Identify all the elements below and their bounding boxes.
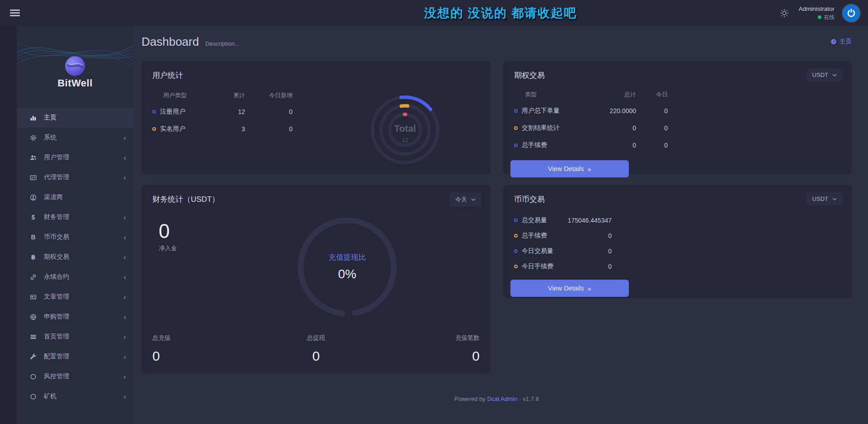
sidebar-item-channel[interactable]: 渠道商 <box>17 187 133 207</box>
lifebuoy-icon <box>29 314 37 320</box>
sidebar-item-subscribe-mgmt[interactable]: 申购管理 ‹ <box>17 307 133 327</box>
dollar-icon: $ <box>29 214 37 221</box>
option-trade-table: 类型 总计 今日 用户总下单量 220.0000 0 交割结果统计 0 0 <box>514 87 672 154</box>
chevron-icon: ‹ <box>123 174 126 181</box>
dcat-admin-link[interactable]: Dcat Admin <box>487 395 517 402</box>
finance-stat: 总提现 0 <box>261 334 370 364</box>
newspaper-icon <box>29 294 37 300</box>
breadcrumb-label: 主页 <box>840 38 852 46</box>
sidebar-item-option-trade[interactable]: ฿ 期权交易 ‹ <box>17 247 133 267</box>
online-dot-icon <box>818 15 821 19</box>
theme-sun-icon[interactable] <box>778 7 790 19</box>
sidebar-item-homepage-mgmt[interactable]: 首页管理 ‹ <box>17 327 133 347</box>
chevron-icon: ‹ <box>123 253 126 261</box>
page-description: Description... <box>205 40 240 47</box>
chart-bar-icon <box>29 114 37 121</box>
id-card-icon <box>29 174 37 181</box>
coin-b-icon: B <box>29 233 37 241</box>
chevron-icon: ‹ <box>123 233 126 241</box>
table-row: 总手续费 0 0 <box>514 137 672 154</box>
page-title: Dashboard <box>142 35 199 49</box>
ring-icon <box>514 249 518 253</box>
ring-icon <box>514 265 518 268</box>
ring-icon <box>514 143 518 147</box>
card-title: 财务统计（USDT） <box>152 194 480 205</box>
sidebar-item-finance-mgmt[interactable]: $ 财务管理 ‹ <box>17 207 133 227</box>
footer: Powered byDcat Admin·v1.7.8 <box>142 395 852 402</box>
finance-stat: 充值笔数 0 <box>371 334 480 364</box>
table-row: 总手续费 0 <box>514 228 612 243</box>
hamburger-menu-icon[interactable] <box>10 8 20 18</box>
navbar-banner-text: 没想的 没说的 都请收起吧 <box>133 5 868 21</box>
coin-trade-table: 总交易量 175046.445347 总手续费 0 今日交易量 0 今日手续费 … <box>514 213 612 274</box>
table-row: 今日交易量 0 <box>514 243 612 259</box>
chevron-icon: ‹ <box>123 353 126 361</box>
donut-center-label: Total <box>394 123 416 133</box>
double-arrow-icon: » <box>588 285 591 292</box>
sidebar-item-agent-mgmt[interactable]: 代理管理 ‹ <box>17 167 133 187</box>
chevron-down-icon <box>832 198 837 200</box>
chevron-icon: ‹ <box>123 154 126 162</box>
ring-icon <box>514 126 518 130</box>
chevron-down-icon <box>832 74 837 76</box>
main-content: Dashboard Description... 主页 用户统计 用户类型 <box>133 26 868 424</box>
finance-stats-card: 财务统计（USDT） 今天 0 净入金 充值提现比 0% <box>142 185 491 374</box>
card-title: 用户统计 <box>152 70 480 81</box>
currency-dropdown[interactable]: USDT <box>807 68 843 81</box>
table-row: 交割结果统计 0 0 <box>514 119 672 137</box>
chevron-icon: ‹ <box>123 393 126 400</box>
list-icon <box>29 333 37 340</box>
chevron-down-icon <box>471 198 476 201</box>
sidebar-item-article-mgmt[interactable]: 文章管理 ‹ <box>17 287 133 307</box>
brand-area: BitWell <box>17 26 133 108</box>
sidebar-item-miner[interactable]: 矿机 ‹ <box>17 386 133 406</box>
chevron-icon: ‹ <box>123 273 126 281</box>
chevron-icon: ‹ <box>123 313 126 321</box>
coin-trade-card: 币币交易 USDT 总交易量 175046.445347 总手续费 0 今 <box>503 185 852 298</box>
ring-icon <box>514 219 518 222</box>
donut-center-value: 12 <box>402 137 408 143</box>
bitwell-logo <box>65 56 85 76</box>
currency-dropdown[interactable]: USDT <box>807 192 843 205</box>
sidebar-item-config-mgmt[interactable]: 配置管理 ‹ <box>17 347 133 367</box>
sidebar-menu: 主页 系统 ‹ 用户管理 ‹ 代理管理 ‹ <box>17 108 133 406</box>
user-circle-icon <box>29 194 37 201</box>
chevron-icon: ‹ <box>123 293 126 301</box>
sidebar-item-coin-trade[interactable]: B 币币交易 ‹ <box>17 227 133 247</box>
link-icon <box>29 274 37 281</box>
view-details-button[interactable]: View Details » <box>510 280 629 297</box>
chevron-icon: ‹ <box>123 214 126 221</box>
user-stats-card: 用户统计 用户类型 累计 今日新增 注册用户 12 0 <box>142 61 491 174</box>
avatar[interactable] <box>843 5 860 22</box>
user-stats-table: 用户类型 累计 今日新增 注册用户 12 0 实名用户 3 0 <box>152 88 292 173</box>
circle-icon <box>29 393 37 400</box>
card-title: 币币交易 <box>514 194 841 205</box>
sidebar-item-perpetual[interactable]: 永续合约 ‹ <box>17 267 133 287</box>
sidebar-item-system[interactable]: 系统 ‹ <box>17 128 133 148</box>
chevron-icon: ‹ <box>123 333 126 341</box>
table-row: 实名用户 3 0 <box>152 120 292 138</box>
power-icon <box>846 8 857 19</box>
brand-name: BitWell <box>17 77 133 89</box>
sidebar-item-risk-mgmt[interactable]: 风控管理 ‹ <box>17 367 133 386</box>
table-row: 总交易量 175046.445347 <box>514 213 612 228</box>
finance-stat: 总充值 0 <box>152 334 261 364</box>
period-dropdown[interactable]: 今天 <box>449 192 481 207</box>
sidebar-item-home[interactable]: 主页 <box>17 108 133 128</box>
circle-icon <box>29 373 37 380</box>
card-title: 期权交易 <box>514 70 841 81</box>
breadcrumb[interactable]: 主页 <box>830 38 852 46</box>
chevron-icon: ‹ <box>123 134 126 142</box>
ring-icon <box>514 234 518 238</box>
wrench-icon <box>29 353 37 360</box>
user-info[interactable]: Administrator 在线 <box>798 5 835 20</box>
sidebar-item-user-mgmt[interactable]: 用户管理 ‹ <box>17 148 133 167</box>
view-details-button[interactable]: View Details » <box>510 160 629 177</box>
user-status: 在线 <box>798 14 835 21</box>
sidebar: BitWell 主页 系统 ‹ 用户管理 ‹ <box>17 26 133 424</box>
top-navbar: 没想的 没说的 都请收起吧 Administrator 在线 <box>0 0 868 26</box>
option-trade-card: 期权交易 USDT 类型 总计 今日 用户总下单量 220.0000 0 <box>503 61 852 174</box>
table-row: 注册用户 12 0 <box>152 103 292 120</box>
double-arrow-icon: » <box>588 165 591 173</box>
table-row: 今日手续费 0 <box>514 259 612 274</box>
